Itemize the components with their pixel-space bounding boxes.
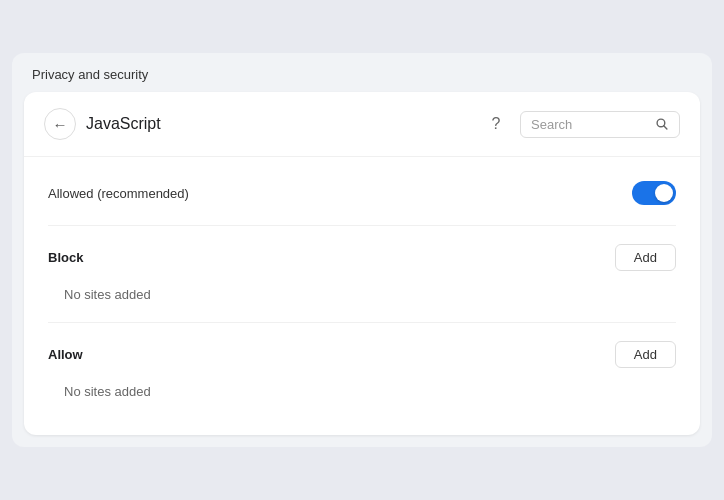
allow-add-button[interactable]: Add xyxy=(615,341,676,368)
toggle-knob xyxy=(655,184,673,202)
allow-section: Allow Add No sites added xyxy=(48,322,676,415)
main-card: ← JavaScript ? Allowed (recommended) xyxy=(24,92,700,435)
outer-container: Privacy and security ← JavaScript ? xyxy=(12,53,712,447)
page-title-bar: Privacy and security xyxy=(12,53,712,92)
block-section-header: Block Add xyxy=(48,244,676,271)
search-icon xyxy=(655,117,669,131)
block-empty-message: No sites added xyxy=(48,283,676,314)
block-section-title: Block xyxy=(48,250,83,265)
search-input[interactable] xyxy=(531,117,649,132)
page-section-title: Privacy and security xyxy=(32,67,148,82)
svg-line-1 xyxy=(664,126,667,129)
toggle-switch[interactable] xyxy=(632,181,676,205)
back-arrow-icon: ← xyxy=(53,116,68,133)
search-box xyxy=(520,111,680,138)
back-button[interactable]: ← xyxy=(44,108,76,140)
toggle-row: Allowed (recommended) xyxy=(48,177,676,226)
block-section: Block Add No sites added xyxy=(48,226,676,318)
allow-section-title: Allow xyxy=(48,347,83,362)
page-title: JavaScript xyxy=(86,115,472,133)
allow-empty-message: No sites added xyxy=(48,380,676,411)
help-icon[interactable]: ? xyxy=(482,110,510,138)
header-row: ← JavaScript ? xyxy=(24,92,700,157)
content-area: Allowed (recommended) Block Add No sites… xyxy=(24,157,700,435)
toggle-label: Allowed (recommended) xyxy=(48,186,189,201)
allow-section-header: Allow Add xyxy=(48,341,676,368)
block-add-button[interactable]: Add xyxy=(615,244,676,271)
